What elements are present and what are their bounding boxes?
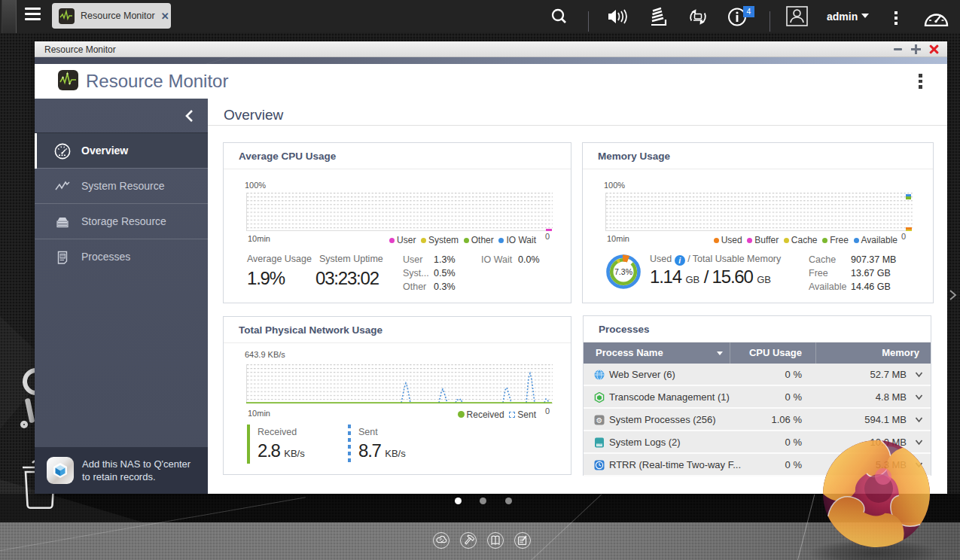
svg-text:LOG: LOG — [597, 443, 602, 446]
svg-text:7.3%: 7.3% — [614, 267, 632, 276]
svg-text:⚙: ⚙ — [596, 416, 603, 425]
